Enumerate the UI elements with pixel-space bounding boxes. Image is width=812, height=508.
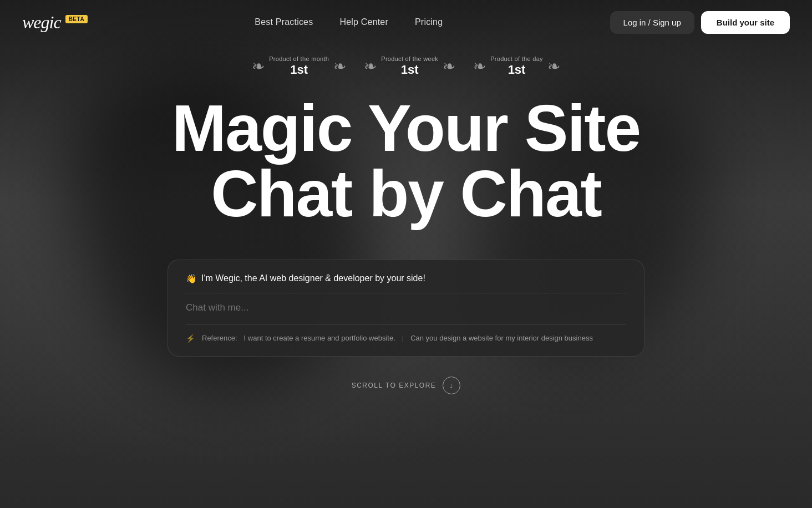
laurel-left-month: ❧ — [252, 57, 265, 75]
awards-row: ❧ Product of the month 1st ❧ ❧ Product o… — [252, 55, 560, 78]
award-day-text: Product of the day 1st — [490, 55, 543, 78]
hero-line2: Chat by Chat — [211, 157, 601, 230]
chat-input[interactable] — [186, 302, 626, 313]
laurel-left-day: ❧ — [473, 57, 486, 75]
award-month: ❧ Product of the month 1st ❧ — [252, 55, 346, 78]
login-button[interactable]: Log in / Sign up — [610, 11, 694, 34]
scroll-indicator[interactable]: SCROLL TO EXPLORE ↓ — [352, 377, 461, 394]
scroll-down-icon: ↓ — [449, 381, 454, 390]
award-day: ❧ Product of the day 1st ❧ — [473, 55, 560, 78]
navbar: wegic BETA Best Practices Help Center Pr… — [0, 0, 812, 44]
hero-line1: Magic Your Site — [172, 92, 640, 165]
award-month-rank: 1st — [269, 63, 329, 77]
award-week-text: Product of the week 1st — [381, 55, 438, 78]
reference-icon: ⚡ — [186, 334, 195, 343]
chat-divider — [186, 293, 626, 293]
ref-link-2[interactable]: Can you design a website for my interior… — [410, 334, 593, 342]
award-day-label: Product of the day — [490, 55, 543, 63]
scroll-label: SCROLL TO EXPLORE — [352, 382, 437, 389]
laurel-right-day: ❧ — [547, 57, 560, 75]
award-day-rank: 1st — [490, 63, 543, 77]
chat-intro: 👋 I'm Wegic, the AI web designer & devel… — [186, 273, 626, 284]
beta-badge: BETA — [65, 15, 88, 23]
chat-emoji: 👋 — [186, 273, 197, 284]
logo-area: wegic BETA — [22, 12, 88, 33]
nav-item-help-center[interactable]: Help Center — [339, 17, 388, 27]
chat-references: ⚡ Reference: I want to create a resume a… — [186, 324, 626, 343]
chat-box: 👋 I'm Wegic, the AI web designer & devel… — [168, 260, 644, 357]
ref-link-1[interactable]: I want to create a resume and portfolio … — [244, 334, 395, 342]
scroll-circle: ↓ — [443, 377, 460, 394]
laurel-left-week: ❧ — [364, 57, 377, 75]
nav-links: Best Practices Help Center Pricing — [255, 17, 443, 27]
nav-actions: Log in / Sign up Build your site — [610, 11, 790, 34]
nav-link-pricing[interactable]: Pricing — [415, 17, 443, 27]
logo-text: wegic — [22, 12, 61, 33]
nav-link-help-center[interactable]: Help Center — [339, 17, 388, 27]
award-week: ❧ Product of the week 1st ❧ — [364, 55, 455, 78]
chat-intro-text: I'm Wegic, the AI web designer & develop… — [201, 273, 425, 283]
award-week-rank: 1st — [381, 63, 438, 77]
laurel-right-week: ❧ — [443, 57, 455, 75]
laurel-right-month: ❧ — [333, 57, 346, 75]
main-content: ❧ Product of the month 1st ❧ ❧ Product o… — [0, 44, 812, 394]
nav-link-best-practices[interactable]: Best Practices — [255, 17, 313, 27]
hero-title: Magic Your Site Chat by Chat — [172, 95, 640, 226]
reference-label: Reference: — [202, 334, 237, 342]
nav-item-best-practices[interactable]: Best Practices — [255, 17, 313, 27]
build-site-button[interactable]: Build your site — [701, 11, 790, 34]
nav-item-pricing[interactable]: Pricing — [415, 17, 443, 27]
award-month-text: Product of the month 1st — [269, 55, 329, 78]
ref-divider: | — [402, 334, 404, 342]
award-month-label: Product of the month — [269, 55, 329, 63]
award-week-label: Product of the week — [381, 55, 438, 63]
